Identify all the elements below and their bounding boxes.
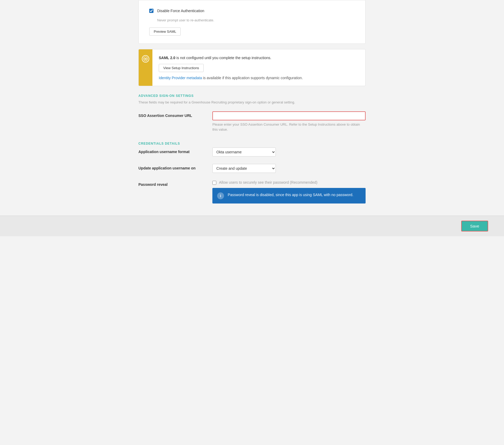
disable-force-auth-checkbox[interactable]	[149, 9, 153, 13]
warning-title: SAML 2.0 is not configured until you com…	[159, 55, 359, 61]
update-username-row: Update application username on Create an…	[138, 164, 366, 173]
save-button[interactable]: Save	[461, 221, 488, 231]
app-username-format-field: Okta username Email Custom	[212, 148, 366, 157]
footer-bar: Save	[0, 216, 504, 236]
sso-url-hint: Please enter your SSO Assertion Consumer…	[212, 122, 366, 132]
identity-provider-metadata-link[interactable]: Identity Provider metadata	[159, 76, 202, 80]
update-username-field: Create and update Create only	[212, 164, 366, 173]
advanced-sign-on-subtitle: These fields may be required for a Green…	[138, 100, 366, 105]
credentials-details-section: CREDENTIALS DETAILS Application username…	[138, 142, 366, 203]
password-reveal-checkbox-label: Allow users to securely see their passwo…	[219, 180, 318, 184]
sso-url-field-wrapper: Please enter your SSO Assertion Consumer…	[212, 111, 366, 132]
info-box-text: Password reveal is disabled, since this …	[228, 192, 353, 198]
force-auth-row: Disable Force Authentication	[149, 8, 355, 13]
update-username-label: Update application username on	[138, 164, 207, 170]
svg-rect-1	[144, 58, 147, 59]
sso-url-row: SSO Assertion Consumer URL Please enter …	[138, 111, 366, 132]
password-reveal-checkbox[interactable]	[212, 181, 216, 185]
disable-force-auth-label: Disable Force Authentication	[157, 9, 204, 13]
saml-version-bold: SAML 2.0	[159, 56, 175, 60]
app-username-format-label: Application username format	[138, 148, 207, 154]
metadata-suffix: is available if this application support…	[202, 76, 303, 80]
warning-stripe	[139, 49, 152, 86]
advanced-sign-on-section: ADVANCED SIGN-ON SETTINGS These fields m…	[138, 94, 366, 132]
password-reveal-info-box: i Password reveal is disabled, since thi…	[212, 188, 366, 203]
info-icon-letter: i	[220, 194, 221, 198]
metadata-line: Identity Provider metadata is available …	[159, 76, 359, 80]
sso-url-label: SSO Assertion Consumer URL	[138, 111, 207, 118]
sso-url-input[interactable]	[212, 111, 366, 120]
app-username-format-row: Application username format Okta usernam…	[138, 148, 366, 157]
password-reveal-row: Password reveal Allow users to securely …	[138, 180, 366, 203]
preview-saml-button[interactable]: Preview SAML	[149, 27, 181, 36]
warning-text: is not configured until you complete the…	[175, 56, 271, 60]
info-icon: i	[217, 192, 224, 199]
svg-rect-3	[144, 59, 147, 60]
saml-warning-banner: SAML 2.0 is not configured until you com…	[138, 49, 366, 86]
svg-rect-2	[144, 59, 147, 59]
password-reveal-checkbox-row: Allow users to securely see their passwo…	[212, 180, 366, 185]
update-username-select[interactable]: Create and update Create only	[212, 164, 276, 173]
saml-warning-icon	[142, 55, 149, 63]
password-reveal-label: Password reveal	[138, 180, 207, 187]
disable-force-auth-hint: Never prompt user to re-authenticate.	[157, 18, 355, 22]
main-content: Disable Force Authentication Never promp…	[138, 0, 366, 213]
view-setup-instructions-button[interactable]: View Setup Instructions	[159, 64, 204, 72]
advanced-sign-on-title: ADVANCED SIGN-ON SETTINGS	[138, 94, 366, 98]
credentials-details-title: CREDENTIALS DETAILS	[138, 142, 366, 145]
page-wrapper: Disable Force Authentication Never promp…	[0, 0, 504, 445]
password-reveal-field: Allow users to securely see their passwo…	[212, 180, 366, 203]
disable-force-auth-card: Disable Force Authentication Never promp…	[138, 0, 366, 44]
app-username-format-select[interactable]: Okta username Email Custom	[212, 148, 276, 157]
warning-body: SAML 2.0 is not configured until you com…	[152, 49, 365, 86]
